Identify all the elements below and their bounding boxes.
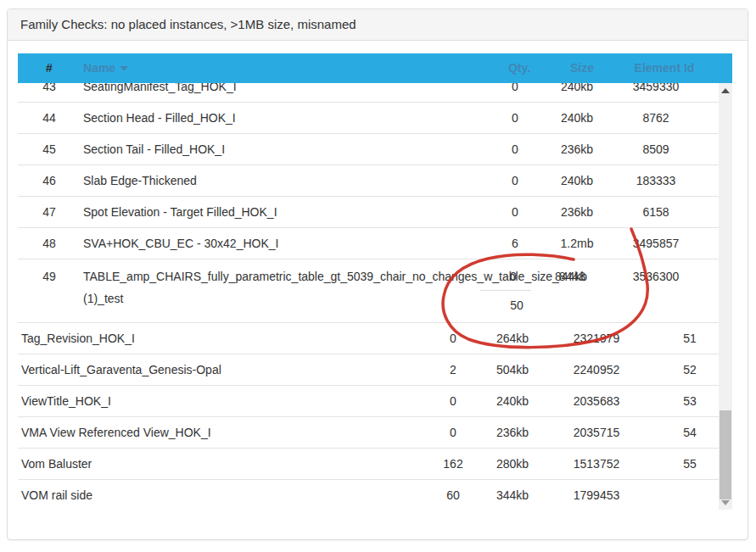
row-name: Tag_Revision_HOK_I (21, 323, 135, 354)
row-element-id: 3495857 (605, 228, 707, 259)
row-qty: 0 (481, 83, 549, 102)
row-name: SVA+HOK_CBU_EC - 30x42_HOK_I (83, 228, 278, 259)
row-qty: 0 (481, 165, 549, 196)
row-number (656, 480, 719, 510)
row-number: 54 (656, 417, 719, 448)
row-number: 52 (656, 354, 719, 385)
row-size: 236kb (543, 134, 611, 164)
row-qty: 0 (481, 134, 549, 164)
row-qty: 60 (419, 480, 487, 510)
row-size: 240kb (543, 83, 611, 102)
row-name: VMA View Referenced View_HOK_I (21, 417, 211, 448)
table-row: 48 SVA+HOK_CBU_EC - 30x42_HOK_I 6 1.2mb … (18, 228, 719, 259)
family-checks-panel: Family Checks: no placed instances, >1MB… (7, 8, 748, 540)
row-size-overlapping: 844kb (537, 268, 605, 285)
row-element-id: 1513752 (546, 449, 647, 479)
table-row-shifted: Vom Baluster 162 280kb 1513752 55 (18, 449, 719, 480)
row-50-divider (480, 290, 531, 291)
row-element-id: 2035715 (546, 417, 647, 448)
row-qty: 162 (419, 449, 487, 479)
row-number: 51 (656, 323, 719, 354)
row-element-id: 3536300 (605, 268, 707, 285)
table-row-shifted: Tag_Revision_HOK_I 0 264kb 2321979 51 (18, 323, 719, 354)
row-number: 44 (24, 103, 75, 133)
row-qty: 2 (419, 354, 487, 385)
row-element-id: 8509 (605, 134, 707, 164)
table-row: 46 Slab Edge-Thickened 0 240kb 183333 (18, 165, 719, 197)
column-header-element-id[interactable]: Element Id (609, 53, 720, 83)
table-row-shifted: ViewTitle_HOK_I 0 240kb 2035683 53 (18, 386, 719, 417)
sort-descending-icon (120, 66, 128, 71)
row-50-number: 50 (483, 297, 551, 314)
row-number: 45 (24, 134, 75, 164)
row-element-id: 2240952 (546, 354, 647, 385)
row-qty: 6 (481, 228, 549, 259)
table-row-shifted: VOM rail side 60 344kb 1799453 (18, 480, 719, 510)
table-row: 45 Section Tail - Filled_HOK_I 0 236kb 8… (18, 134, 719, 165)
row-qty: 0 (419, 417, 487, 448)
row-number: 48 (24, 228, 75, 259)
row-element-id: 183333 (605, 165, 707, 196)
scroll-up-button[interactable] (719, 83, 732, 98)
row-name: Section Head - Filled_HOK_I (83, 103, 236, 133)
scrollbar-thumb[interactable] (720, 410, 731, 499)
table-scroll-area[interactable]: 43 SeatingManifest_Tag_HOK_I 0 240kb 345… (18, 83, 719, 510)
row-number: 47 (24, 197, 75, 227)
scroll-down-button[interactable] (719, 495, 732, 510)
row-name: Section Tail - Filled_HOK_I (83, 134, 225, 164)
row-element-id: 2321979 (546, 323, 647, 354)
row-size: 1.2mb (543, 228, 611, 259)
row-number: 43 (24, 83, 75, 102)
row-number: 46 (24, 165, 75, 196)
table-row: 44 Section Head - Filled_HOK_I 0 240kb 8… (18, 103, 719, 134)
row-size: 280kb (479, 449, 546, 479)
row-size: 236kb (479, 417, 546, 448)
row-element-id: 3459330 (605, 83, 707, 102)
triangle-up-icon (721, 88, 730, 93)
row-number: 49 (24, 268, 75, 285)
row-number: 53 (656, 386, 719, 416)
row-size: 240kb (479, 386, 546, 416)
row-qty: 0 (419, 386, 487, 416)
row-name: ViewTitle_HOK_I (21, 386, 111, 416)
panel-heading: Family Checks: no placed instances, >1MB… (8, 9, 748, 41)
table-row: 47 Spot Elevation - Target Filled_HOK_I … (18, 197, 719, 228)
row-size: 344kb (479, 480, 546, 510)
table-header: # Name Qty. Size Element Id (18, 53, 732, 83)
row-size: 240kb (543, 103, 611, 133)
table-row: 43 SeatingManifest_Tag_HOK_I 0 240kb 345… (18, 83, 719, 103)
column-header-size[interactable]: Size (548, 53, 616, 83)
row-name: Slab Edge-Thickened (83, 165, 197, 196)
column-header-name[interactable]: Name (83, 53, 253, 83)
row-size: 236kb (543, 197, 611, 227)
row-qty: 0 (419, 323, 487, 354)
row-element-id: 2035683 (546, 386, 647, 416)
vertical-scrollbar[interactable] (719, 83, 732, 510)
table-row-shifted: VMA View Referenced View_HOK_I 0 236kb 2… (18, 417, 719, 449)
table-row-shifted: Vertical-Lift_Garaventa_Genesis-Opal 2 5… (18, 354, 719, 386)
row-name: SeatingManifest_Tag_HOK_I (83, 83, 237, 102)
row-number: 55 (656, 449, 719, 479)
column-header-qty[interactable]: Qty. (485, 53, 553, 83)
row-qty: 0 (481, 197, 549, 227)
row-element-id: 6158 (605, 197, 707, 227)
triangle-down-icon (721, 500, 730, 505)
row-name-line2: (1)_test (83, 290, 123, 307)
row-element-id: 8762 (605, 103, 707, 133)
row-name: Vertical-Lift_Garaventa_Genesis-Opal (21, 354, 221, 385)
column-header-name-label: Name (83, 61, 115, 75)
panel-title: Family Checks: no placed instances, >1MB… (20, 17, 356, 31)
table-row-49-broken: 49 TABLE_amp_CHAIRS_fully_parametric_tab… (18, 259, 719, 323)
row-name: Vom Baluster (21, 449, 92, 479)
column-header-number[interactable]: # (24, 53, 75, 83)
row-qty: 0 (481, 103, 549, 133)
row-size: 264kb (479, 323, 546, 354)
row-name: VOM rail side (21, 480, 92, 510)
row-size: 240kb (543, 165, 611, 196)
row-size: 504kb (479, 354, 546, 385)
row-name: Spot Elevation - Target Filled_HOK_I (83, 197, 277, 227)
row-element-id: 1799453 (546, 480, 647, 510)
